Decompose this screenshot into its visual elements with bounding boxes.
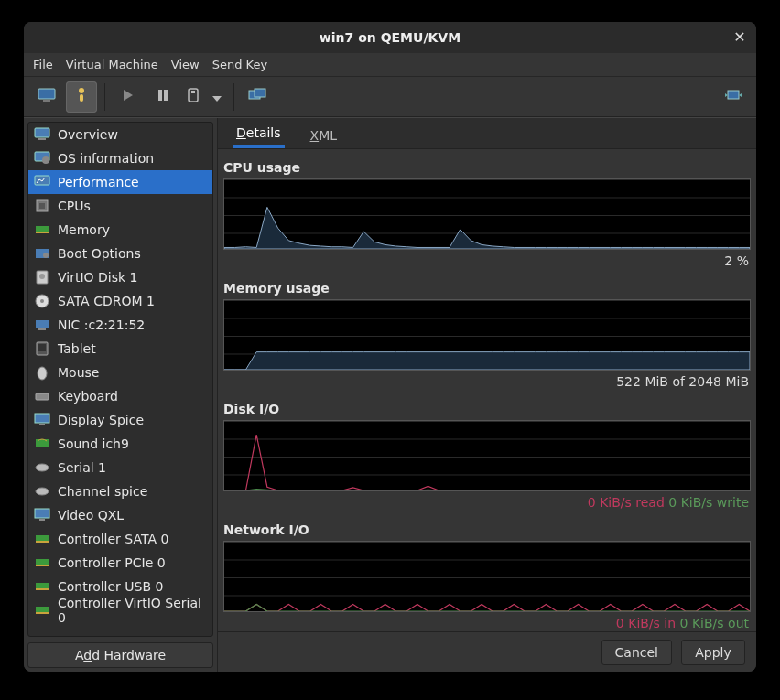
svg-marker-4 — [124, 90, 133, 101]
sidebar-item-memory[interactable]: Memory — [28, 218, 212, 242]
toolbar-console-button[interactable] — [31, 81, 62, 113]
menu-file[interactable]: File — [33, 58, 53, 71]
sidebar-item-channel-spice[interactable]: Channel spice — [28, 479, 212, 503]
toolbar-fullscreen-button[interactable] — [718, 81, 749, 113]
svg-rect-35 — [39, 424, 45, 425]
sidebar-item-label: CPUs — [58, 199, 91, 213]
sidebar-item-performance[interactable]: Performance — [28, 170, 212, 194]
hardware-list[interactable]: OverviewOS informationPerformanceCPUsMem… — [27, 122, 213, 637]
svg-rect-43 — [36, 559, 49, 565]
svg-rect-0 — [38, 89, 55, 99]
video-icon — [34, 507, 50, 523]
memory-title: Memory usage — [222, 277, 753, 299]
chevron-down-icon — [212, 90, 222, 104]
info-icon — [73, 87, 90, 106]
svg-rect-40 — [39, 519, 45, 521]
sidebar-item-os-information[interactable]: OS information — [28, 146, 212, 170]
add-hardware-button[interactable]: Add Hardware — [27, 642, 213, 668]
toolbar-snapshots-button[interactable] — [242, 81, 273, 113]
toolbar-pause-button[interactable] — [147, 81, 179, 113]
toolbar-separator — [233, 83, 234, 111]
sidebar-item-label: Controller PCIe 0 — [58, 555, 166, 570]
svg-rect-17 — [35, 176, 49, 185]
svg-point-27 — [40, 299, 44, 303]
sidebar-item-label: VirtIO Disk 1 — [58, 270, 137, 285]
controller-icon — [34, 602, 50, 619]
close-icon: ✕ — [733, 28, 745, 46]
toolbar-separator — [104, 83, 105, 111]
monitor-chart-icon — [34, 174, 50, 190]
close-button[interactable]: ✕ — [731, 27, 749, 46]
display-icon — [34, 412, 50, 428]
sidebar-item-virtio-disk-1[interactable]: VirtIO Disk 1 — [28, 265, 212, 289]
menu-virtual-machine[interactable]: Virtual Machine — [66, 58, 158, 71]
content-panel: Details XML CPU usage 2 % Memory usage 5… — [218, 118, 756, 672]
sidebar-item-controller-virtio-serial-0[interactable]: Controller VirtIO Serial 0 — [28, 598, 212, 622]
section-cpu: CPU usage 2 % — [222, 156, 753, 268]
keyboard-icon — [34, 388, 50, 404]
svg-rect-13 — [35, 128, 49, 137]
console-icon — [38, 88, 56, 105]
toolbar-run-button[interactable] — [113, 81, 144, 113]
sidebar: OverviewOS informationPerformanceCPUsMem… — [24, 118, 218, 672]
menu-view[interactable]: View — [171, 58, 200, 71]
apply-button[interactable]: Apply — [681, 640, 745, 665]
cpu-graph — [223, 178, 751, 250]
memory-graph — [223, 299, 751, 371]
svg-rect-21 — [36, 232, 49, 233]
toolbar-info-button[interactable] — [66, 81, 97, 113]
toolbar-shutdown-button[interactable] — [182, 81, 204, 113]
cpu-value: 2 % — [222, 250, 753, 268]
menu-send-key[interactable]: Send Key — [212, 58, 267, 71]
svg-rect-3 — [80, 94, 83, 102]
performance-graphs: CPU usage 2 % Memory usage 522 MiB of 20… — [218, 149, 756, 631]
sidebar-item-sata-cdrom-1[interactable]: SATA CDROM 1 — [28, 289, 212, 313]
svg-point-25 — [39, 274, 45, 279]
sidebar-item-cpus[interactable]: CPUs — [28, 194, 212, 218]
section-memory: Memory usage 522 MiB of 2048 MiB — [222, 277, 753, 389]
sidebar-item-overview[interactable]: Overview — [28, 123, 212, 146]
sidebar-item-video-qxl[interactable]: Video QXL — [28, 503, 212, 527]
monitor-icon — [34, 126, 50, 143]
svg-rect-41 — [36, 535, 49, 541]
controller-icon — [34, 578, 50, 595]
disk-title: Disk I/O — [222, 398, 753, 420]
sidebar-item-label: Display Spice — [58, 413, 144, 427]
tab-details[interactable]: Details — [233, 120, 285, 148]
svg-rect-36 — [36, 439, 49, 447]
sidebar-item-nic-c2-21-52[interactable]: NIC :c2:21:52 — [28, 313, 212, 337]
svg-point-16 — [42, 156, 49, 164]
tablet-icon — [34, 340, 50, 357]
mouse-icon — [34, 364, 50, 381]
controller-icon — [34, 531, 50, 547]
svg-rect-44 — [36, 565, 49, 566]
sidebar-item-display-spice[interactable]: Display Spice — [28, 408, 212, 432]
disk-read-value: 0 KiB/s read — [588, 495, 665, 510]
cancel-button[interactable]: Cancel — [601, 640, 672, 665]
disk-value: 0 KiB/s read 0 KiB/s write — [222, 491, 753, 510]
sidebar-item-label: Controller SATA 0 — [58, 532, 168, 546]
svg-point-23 — [43, 253, 49, 258]
cdrom-icon — [34, 293, 50, 309]
sidebar-item-keyboard[interactable]: Keyboard — [28, 384, 212, 408]
sidebar-item-controller-sata-0[interactable]: Controller SATA 0 — [28, 527, 212, 551]
vm-window: win7 on QEMU/KVM ✕ File Virtual Machine … — [24, 22, 756, 672]
svg-rect-31 — [38, 344, 46, 351]
svg-rect-28 — [36, 320, 49, 328]
sidebar-item-boot-options[interactable]: Boot Options — [28, 242, 212, 265]
sidebar-item-serial-1[interactable]: Serial 1 — [28, 456, 212, 479]
tabs: Details XML — [218, 118, 756, 149]
network-graph — [223, 541, 751, 612]
toolbar-shutdown-dropdown[interactable] — [208, 81, 226, 113]
cpu-icon — [34, 198, 50, 214]
svg-rect-19 — [39, 203, 45, 209]
controller-icon — [34, 555, 50, 571]
sidebar-item-tablet[interactable]: Tablet — [28, 337, 212, 361]
sidebar-item-controller-pcie-0[interactable]: Controller PCIe 0 — [28, 551, 212, 575]
tab-xml[interactable]: XML — [307, 123, 341, 148]
svg-point-2 — [79, 88, 84, 93]
sidebar-item-mouse[interactable]: Mouse — [28, 361, 212, 384]
svg-rect-45 — [36, 583, 49, 588]
sidebar-item-sound-ich9[interactable]: Sound ich9 — [28, 432, 212, 456]
sidebar-item-label: Performance — [58, 175, 139, 189]
